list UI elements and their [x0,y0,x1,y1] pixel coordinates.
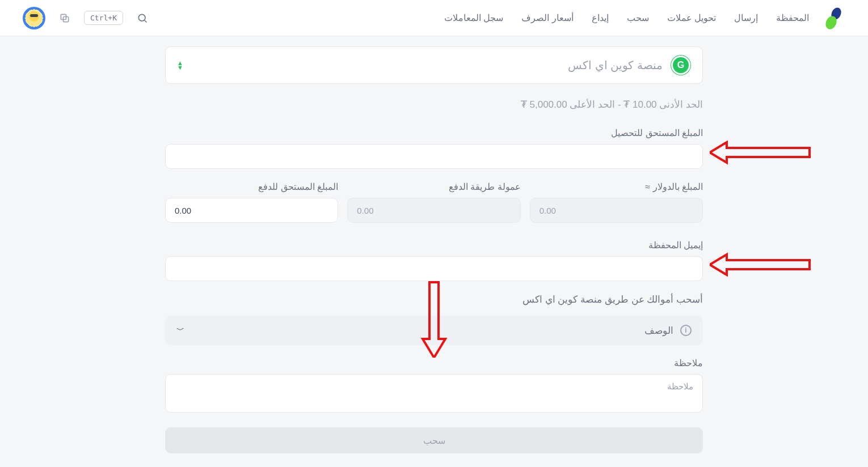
info-icon: i [680,325,692,336]
platform-select[interactable]: منصة كوين اي اكس ▲▼ [165,46,703,84]
fee-input [347,198,520,223]
nav-deposit[interactable]: إيداع [592,12,609,23]
annotation-arrow-1 [710,140,811,165]
nav-send[interactable]: إرسال [734,12,758,23]
note-input[interactable] [165,374,703,413]
svg-point-2 [138,14,145,21]
nav-rates[interactable]: أسعار الصرف [521,12,573,23]
fee-label: عمولة طريقة الدفع [347,181,520,192]
amount-block: المبلغ المستحق للتحصيل [165,128,703,169]
withdraw-button[interactable]: سحب [165,427,703,453]
annotation-arrow-2 [710,252,811,277]
description-label: الوصف [644,325,673,337]
email-input[interactable] [165,256,703,281]
limits-text: الحد الأدنى 10.00 ₮ - الحد الأعلى 5,000.… [165,99,703,111]
usd-input [530,198,703,223]
sort-arrows-icon: ▲▼ [177,61,183,70]
search-icon[interactable] [137,12,148,24]
pay-input[interactable] [165,198,338,223]
main-nav: المحفظة إرسال تحويل عملات سحب إيداع أسعا… [444,12,809,23]
nav-withdraw[interactable]: سحب [627,12,649,23]
email-label: إيميل المحفظة [165,240,703,251]
pay-label: المبلغ المستحق للدفع [165,181,338,192]
shortcut-badge: Ctrl+K [84,11,123,25]
amount-label: المبلغ المستحق للتحصيل [165,128,703,138]
email-block: إيميل المحفظة [165,240,703,281]
copy-icon[interactable] [59,12,70,24]
amount-input[interactable] [165,144,703,169]
logo[interactable] [823,7,845,29]
svg-line-3 [145,20,147,22]
coinex-icon [671,55,691,75]
withdraw-info: أسحب أموالك عن طريق منصة كوين اي اكس [165,294,703,305]
nav-transactions[interactable]: سجل المعاملات [444,12,503,23]
chevron-down-icon: ﹀ [176,325,184,336]
description-toggle[interactable]: i الوصف ﹀ [165,316,703,345]
platform-name: منصة كوين اي اكس [568,58,663,72]
nav-convert[interactable]: تحويل عملات [667,12,716,23]
avatar[interactable] [23,7,45,29]
nav-wallet[interactable]: المحفظة [776,12,809,23]
note-label: ملاحظة [165,358,703,368]
top-header: المحفظة إرسال تحويل عملات سحب إيداع أسعا… [0,0,868,36]
amounts-row: المبلغ بالدولار ≈ عمولة طريقة الدفع المب… [165,181,703,223]
usd-label: المبلغ بالدولار ≈ [530,181,703,192]
main-content: منصة كوين اي اكس ▲▼ الحد الأدنى 10.00 ₮ … [165,36,703,467]
